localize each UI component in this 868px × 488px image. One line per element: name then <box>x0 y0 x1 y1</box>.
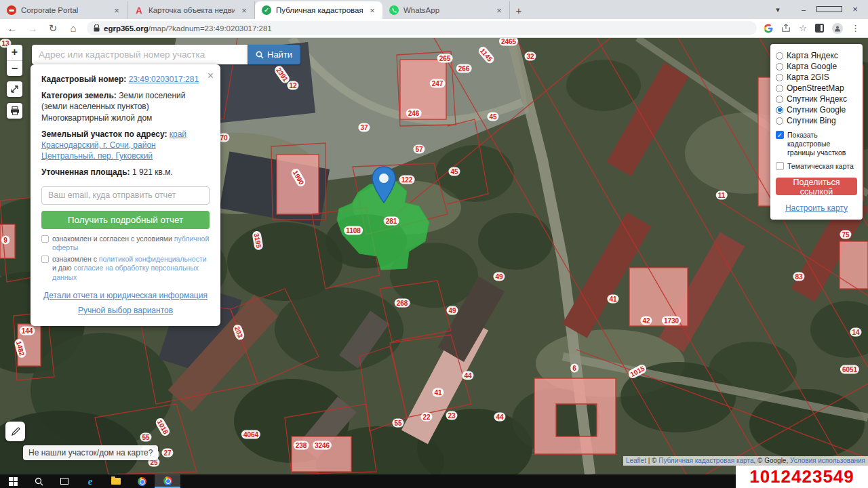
browser-tab-2[interactable]: ✓Публичная кадастровая карта -× <box>255 1 382 19</box>
layer-option-1[interactable]: Карта Google <box>776 61 857 72</box>
get-report-button[interactable]: Получить подробный отчет <box>41 211 210 229</box>
parcel-number-label: 55 <box>140 433 151 442</box>
tab-search-chevron-icon[interactable]: ▾ <box>765 0 791 19</box>
pkk-link[interactable]: Публичная кадастровая карта <box>658 457 753 464</box>
offer-consent-checkbox[interactable] <box>41 235 49 243</box>
task-view-button[interactable] <box>52 474 77 488</box>
address-row: Земельный участок по адресу: край Красно… <box>41 129 210 162</box>
search-input[interactable] <box>32 45 248 64</box>
parcel-number-label: 144 <box>20 327 35 336</box>
measure-button[interactable] <box>7 81 22 97</box>
layer-option-label: Спутник Google <box>787 105 846 115</box>
browser-menu-icon[interactable]: ⋮ <box>851 23 860 33</box>
radio-unselected[interactable] <box>776 63 783 70</box>
zoom-out-button[interactable]: − <box>7 60 22 76</box>
area-row: Уточненная площадь: 1 921 кв.м. <box>41 167 210 178</box>
layer-option-3[interactable]: OpenStreetMap <box>776 83 857 94</box>
start-button[interactable] <box>0 474 26 488</box>
search-button[interactable]: Найти <box>248 45 300 64</box>
radio-unselected[interactable] <box>776 117 783 125</box>
parcel-number-label: 4064 <box>241 430 260 439</box>
terms-link[interactable]: Условия использования <box>790 457 865 464</box>
new-tab-button[interactable]: + <box>510 1 528 19</box>
taskbar-search-button[interactable] <box>26 474 52 488</box>
manual-select-link[interactable]: Ручной выбор вариантов <box>41 306 210 315</box>
parcel-number-label: 2465 <box>499 38 518 46</box>
layer-option-label: Карта Google <box>787 62 837 71</box>
tab-close-icon[interactable]: × <box>368 5 377 16</box>
chrome-button[interactable] <box>129 474 155 488</box>
layer-option-label: Спутник Bing <box>787 116 836 125</box>
minimize-button[interactable]: – <box>791 0 816 19</box>
privacy-consent-row: ознакомлен с политикой конфиденциальност… <box>41 255 210 283</box>
map-canvas[interactable]: 2465265266114532239112247246375745451221… <box>0 38 868 474</box>
leaflet-link[interactable]: Leaflet <box>626 457 646 464</box>
checkbox-checked[interactable]: ✓ <box>776 131 784 139</box>
radio-unselected[interactable] <box>776 74 783 81</box>
layer-option-2[interactable]: Карта 2GIS <box>776 72 857 83</box>
internet-explorer-button[interactable]: e <box>77 474 103 488</box>
privacy-policy-link[interactable]: политикой конфиденциальности <box>99 255 207 263</box>
configure-map-link[interactable]: Настроить карту <box>776 203 857 213</box>
bookmark-star-icon[interactable]: ☆ <box>799 23 807 33</box>
folder-icon <box>111 478 121 485</box>
print-button[interactable] <box>7 103 22 119</box>
layer-option-5[interactable]: Спутник Google <box>776 104 857 115</box>
zoom-control: + − <box>7 45 22 76</box>
profile-avatar[interactable] <box>832 23 843 34</box>
checkbox-unchecked[interactable] <box>776 162 784 170</box>
home-button[interactable]: ⌂ <box>66 22 80 34</box>
radio-unselected[interactable] <box>776 96 783 103</box>
tab-close-icon[interactable]: × <box>494 5 504 16</box>
url-bar[interactable]: egrp365.org/map/?kadnum=23:49:0203017:28… <box>87 21 757 35</box>
zoom-in-button[interactable]: + <box>7 45 22 60</box>
windows-logo-icon <box>9 477 18 486</box>
forward-button[interactable]: → <box>26 22 39 34</box>
radio-unselected[interactable] <box>776 52 783 60</box>
layer-option-4[interactable]: Спутник Яндекс <box>776 94 857 104</box>
toolbar-right-icons: ☆ ⋮ <box>764 23 863 34</box>
cadastral-number-link[interactable]: 23:49:0203017:281 <box>129 75 199 84</box>
file-explorer-button[interactable] <box>103 474 129 488</box>
email-input[interactable] <box>41 186 210 205</box>
browser-tab-0[interactable]: Corporate Portal× <box>0 1 127 19</box>
layer-option-label: Карта 2GIS <box>787 73 829 82</box>
chrome-button-active[interactable] <box>155 474 180 488</box>
privacy-consent-checkbox[interactable] <box>41 256 49 263</box>
not-found-tooltip[interactable]: Не нашли участок/дом на карте? <box>23 445 158 460</box>
reload-button[interactable]: ↻ <box>46 22 60 35</box>
share-link-button[interactable]: Поделиться ссылкой <box>776 178 857 195</box>
offer-consent-text: ознакомлен и согласен с условиями публич… <box>52 235 210 253</box>
radio-selected[interactable] <box>776 106 783 114</box>
tab-close-icon[interactable]: × <box>112 5 121 16</box>
tabs-container: Corporate Portal×AКарточка объекта недви… <box>0 1 510 19</box>
lock-icon <box>94 24 100 32</box>
search-icon <box>35 477 43 486</box>
parcel-number-label: 57 <box>413 145 425 154</box>
parcel-number-label: 3246 <box>313 441 332 450</box>
close-button[interactable]: × <box>842 0 868 19</box>
report-details-link[interactable]: Детали отчета и юридическая информация <box>41 291 210 300</box>
browser-tab-1[interactable]: AКарточка объекта недвижимост× <box>127 1 255 19</box>
layer-checkbox-0[interactable]: ✓Показать кадастровые границы участков <box>776 131 857 157</box>
parcel-number-label: 268 <box>395 299 410 308</box>
layer-option-0[interactable]: Карта Яндекс <box>776 50 857 61</box>
back-button[interactable]: ← <box>5 22 19 34</box>
share-icon[interactable] <box>781 24 791 33</box>
personal-data-link[interactable]: согласие на обработку персональных данны… <box>52 264 199 281</box>
tab-close-icon[interactable]: × <box>239 5 249 16</box>
layer-checkbox-1[interactable]: Тематическая карта <box>776 162 857 171</box>
layer-option-6[interactable]: Спутник Bing <box>776 115 857 126</box>
layer-option-label: OpenStreetMap <box>787 83 844 93</box>
parcel-number-label: 22 <box>420 413 432 422</box>
panel-close-icon[interactable]: × <box>208 70 214 82</box>
draw-button[interactable] <box>5 422 25 441</box>
restore-button[interactable] <box>816 0 842 19</box>
browser-tab-3[interactable]: WhatsApp× <box>382 1 510 19</box>
side-panel-icon[interactable] <box>815 24 824 33</box>
radio-unselected[interactable] <box>776 85 783 92</box>
parcel-number-label: 55 <box>392 419 403 428</box>
code-overlay: 1012423549 <box>736 466 868 488</box>
google-icon[interactable] <box>764 24 773 33</box>
parcel-number-label: 42 <box>640 317 652 325</box>
